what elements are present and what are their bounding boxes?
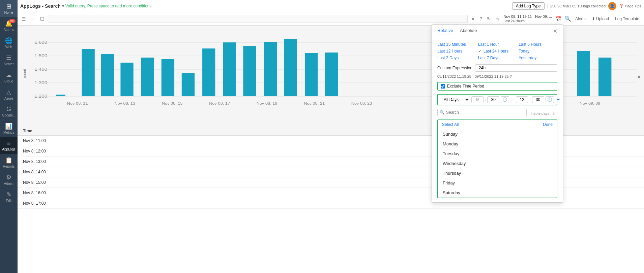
notification-badge: 99+: [9, 19, 16, 23]
edit-icon: ✎: [6, 191, 11, 198]
time-range-label: Last 24 Hours: [503, 19, 552, 23]
cloud-icon: ☁: [6, 71, 12, 79]
svg-rect-19: [243, 46, 256, 96]
sidebar-toggle-button[interactable]: ☰: [20, 15, 27, 22]
query-status: Valid query. Press space to add more con…: [65, 4, 153, 8]
svg-rect-16: [182, 73, 195, 96]
svg-rect-23: [325, 53, 338, 96]
add-time-range-button[interactable]: +: [557, 97, 560, 103]
day-saturday[interactable]: Saturday: [438, 188, 557, 198]
day-friday[interactable]: Friday: [438, 178, 557, 188]
sidebar-item-web[interactable]: 🌐Web: [0, 34, 18, 52]
query-type-button[interactable]: ☐: [39, 15, 46, 22]
custom-expression-row: Custom Expression: [437, 64, 557, 72]
sidebar-item-server[interactable]: ☰Server: [0, 52, 18, 69]
quick-link-1hour[interactable]: Last 1 Hour: [478, 42, 517, 47]
quick-link-24hours[interactable]: Last 24 Hours: [478, 49, 517, 54]
metrics-icon: 📊: [5, 123, 12, 130]
day-sunday[interactable]: Sunday: [438, 129, 557, 139]
topbar: AppLogs - Search ▾ Valid query. Press sp…: [18, 0, 644, 12]
to-hour-input[interactable]: [516, 96, 528, 103]
sidebar-item-reports[interactable]: 📋Reports: [0, 154, 18, 171]
clear-button[interactable]: ✕: [470, 15, 476, 22]
search-input[interactable]: logtype="Windows Event Logs" and level C…: [48, 15, 468, 23]
sidebar-item-metrics[interactable]: 📊Metrics: [0, 120, 18, 137]
applicable-days-text: hable days - 8: [529, 111, 557, 115]
select-all-button[interactable]: Select All: [442, 122, 459, 127]
svg-text:Nov 08, 19: Nov 08, 19: [257, 102, 277, 105]
sidebar-item-home[interactable]: ⊞Home: [0, 0, 18, 17]
expand-button[interactable]: ▲: [635, 73, 643, 79]
quick-link-6hours[interactable]: Last 6 Hours: [519, 42, 557, 47]
sidebar-item-edit[interactable]: ✎Edit: [0, 188, 18, 205]
sidebar-item-google[interactable]: GGoogle...: [0, 103, 18, 120]
back-button[interactable]: ←: [29, 15, 37, 22]
sidebar-item-cloud[interactable]: ☁Cloud: [0, 69, 18, 86]
day-select[interactable]: All Days Weekdays Weekends Custom: [441, 96, 470, 103]
bookmark-button[interactable]: ☆: [494, 15, 501, 22]
sidebar-item-azure[interactable]: △Azure: [0, 86, 18, 103]
svg-text:Nov 08, 11: Nov 08, 11: [67, 102, 88, 105]
quick-link-7days[interactable]: Last 7 Days: [478, 56, 517, 60]
svg-text:Nov 08, 15: Nov 08, 15: [162, 102, 183, 105]
home-icon: ⊞: [6, 3, 11, 10]
upload-button[interactable]: ⬆ Upload: [590, 16, 611, 22]
refresh-button[interactable]: ↻: [486, 15, 492, 22]
page-tips-link[interactable]: ❓ Page Tips: [619, 4, 641, 8]
close-button[interactable]: ✕: [553, 28, 557, 34]
quick-link-12hours[interactable]: Last 12 Hours: [437, 49, 476, 54]
y-axis-label: count: [23, 69, 27, 78]
applogs-icon: ≡: [7, 140, 11, 147]
svg-rect-14: [141, 58, 154, 96]
quick-link-15min[interactable]: Last 15 Minutes: [437, 42, 476, 47]
date-range-text: 08/11/2022 11:19:25 - 09/11/2022 11:19:2…: [437, 74, 557, 78]
to-clock-button[interactable]: 🕐: [546, 96, 554, 103]
search-icon-button[interactable]: 🔍: [564, 15, 571, 22]
svg-rect-17: [202, 48, 215, 96]
sidebar-item-label: Azure: [4, 97, 13, 100]
day-monday[interactable]: Monday: [438, 139, 557, 149]
svg-rect-31: [577, 51, 590, 96]
svg-text:1,500: 1,500: [34, 54, 48, 58]
tab-relative[interactable]: Relative: [437, 28, 453, 34]
page-title: AppLogs - Search: [20, 3, 61, 9]
day-wednesday[interactable]: Wednesday: [438, 159, 557, 168]
from-clock-button[interactable]: 🕐: [501, 96, 509, 103]
dropdown-arrow-icon[interactable]: ▾: [62, 4, 64, 8]
to-min-input[interactable]: [532, 96, 544, 103]
from-min-input[interactable]: [487, 96, 499, 103]
calendar-icon-button[interactable]: 📅: [554, 15, 562, 22]
help-button[interactable]: ?: [478, 15, 484, 22]
custom-expression-input[interactable]: [475, 64, 557, 72]
quick-link-yesterday[interactable]: Yesterday: [519, 56, 557, 60]
log-template-button[interactable]: Log Template: [613, 16, 641, 22]
svg-text:Nov 08, 13: Nov 08, 13: [114, 102, 135, 105]
time-select-row: All Days Weekdays Weekends Custom : 🕐 - …: [437, 94, 557, 105]
svg-rect-21: [284, 39, 297, 96]
add-log-type-button[interactable]: Add Log Type: [512, 2, 545, 10]
day-thursday[interactable]: Thursday: [438, 168, 557, 178]
exclude-checkbox[interactable]: [441, 84, 445, 89]
sidebar-item-admin[interactable]: ⚙Admin: [0, 171, 18, 188]
sidebar-item-applogs[interactable]: ≡AppLogs: [0, 137, 18, 154]
svg-text:1,200: 1,200: [34, 94, 48, 99]
alerts-button[interactable]: Alerts: [573, 16, 588, 22]
quick-link-2days[interactable]: Last 2 Days: [437, 56, 476, 60]
sidebar-item-alarms[interactable]: 🔔Alarms99+: [0, 17, 18, 34]
days-search-input[interactable]: [446, 110, 524, 115]
chart-expand[interactable]: ▲: [635, 73, 643, 79]
time-range-btn[interactable]: Nov 08, 11:19:11 - Nov 09, ... Last 24 H…: [503, 14, 552, 23]
sidebar-item-label: Cloud: [4, 79, 13, 83]
day-tuesday[interactable]: Tuesday: [438, 149, 557, 159]
tab-absolute[interactable]: Absolute: [460, 28, 477, 34]
sidebar-item-label: Home: [4, 11, 13, 14]
searchbar: ☰ ← ☐ logtype="Windows Event Logs" and l…: [18, 12, 644, 26]
done-button[interactable]: Done: [543, 122, 553, 127]
panel-tabs: Relative Absolute ✕: [432, 25, 563, 38]
topbar-right: Add Log Type 250.98 MB/3.05 TB logs coll…: [512, 2, 641, 10]
from-hour-input[interactable]: [471, 96, 484, 103]
svg-rect-11: [82, 49, 94, 96]
quick-link-today[interactable]: Today: [519, 49, 557, 54]
avatar: 👤: [608, 2, 616, 10]
sidebar-item-label: Web: [5, 45, 12, 49]
